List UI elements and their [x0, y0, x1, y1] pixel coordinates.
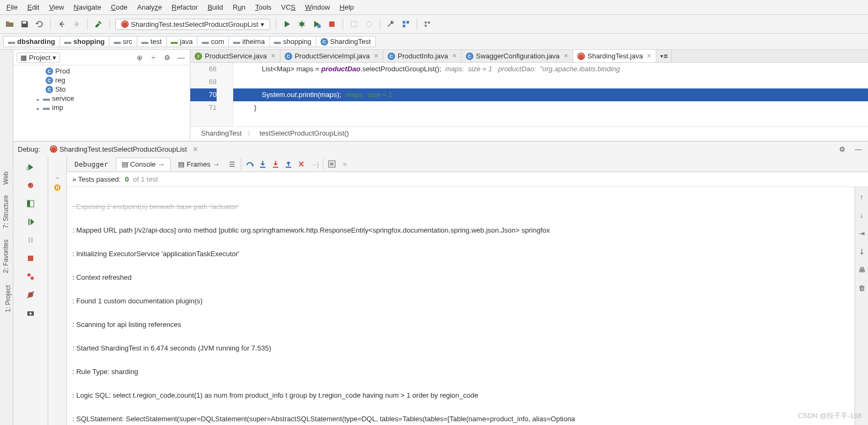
scroll-end-icon[interactable]: ⤓: [856, 246, 867, 257]
crumb-root[interactable]: ▬dbsharding: [3, 36, 60, 47]
crumb-com[interactable]: ▬com: [197, 36, 229, 47]
mute-bp-icon[interactable]: [24, 288, 37, 301]
svg-rect-26: [58, 186, 59, 189]
step-out-icon[interactable]: [283, 159, 294, 169]
trace-icon[interactable]: ≡: [339, 159, 350, 169]
crumb-module[interactable]: ▬shopping: [60, 36, 110, 47]
menu-code[interactable]: Code: [109, 2, 130, 12]
camera-icon[interactable]: [24, 307, 37, 319]
close-icon[interactable]: ✕: [647, 53, 651, 59]
menu-run[interactable]: Run: [231, 2, 248, 12]
tab-productinfo[interactable]: CProductInfo.java✕: [383, 50, 462, 62]
view-bp-icon[interactable]: [24, 270, 37, 283]
side-project-tab[interactable]: 1: Project: [3, 282, 13, 316]
force-step-into-icon[interactable]: [270, 159, 281, 169]
locate-icon[interactable]: ÷: [148, 52, 159, 63]
wrap-icon[interactable]: ⇥: [856, 228, 867, 238]
menu-window[interactable]: Window: [303, 2, 332, 12]
stop-icon[interactable]: [327, 19, 337, 29]
hide-icon[interactable]: —: [176, 52, 187, 63]
chevron-down-icon[interactable]: ⌄: [55, 173, 61, 181]
debug-session-tab[interactable]: ⬤ ShardingTest.testSelectProductGroupLis…: [46, 144, 203, 154]
threads-icon[interactable]: ☰: [227, 159, 238, 169]
side-web-tab[interactable]: Web: [2, 172, 10, 184]
refresh-icon[interactable]: [34, 19, 45, 29]
close-icon[interactable]: ✕: [452, 53, 457, 59]
pause-icon[interactable]: [24, 234, 37, 247]
close-icon[interactable]: ✕: [192, 145, 198, 153]
tab-productservice[interactable]: IProductService.java✕: [190, 50, 280, 62]
collapse-icon[interactable]: ⊕: [134, 52, 145, 63]
gear-icon[interactable]: ⚙: [837, 144, 848, 154]
step-into-icon[interactable]: [257, 159, 268, 169]
menu-tools[interactable]: Tools: [253, 2, 273, 12]
stop-icon[interactable]: [24, 252, 37, 265]
project-view-selector[interactable]: ▦Project▾: [17, 53, 60, 63]
project-tree[interactable]: CProd Creg CSto ⌄▬service ⌄▬imp: [13, 65, 190, 141]
folder-icon: ▬: [43, 94, 50, 102]
clear-icon[interactable]: 🗑: [856, 282, 867, 293]
debug-icon[interactable]: [296, 19, 307, 29]
console-output[interactable]: : Exposing 2 endpoint(s) beneath base pa…: [67, 187, 855, 425]
debugger-tab[interactable]: Debugger: [69, 158, 114, 170]
resume-icon[interactable]: [24, 215, 37, 228]
evaluate-icon[interactable]: =: [327, 159, 337, 169]
more-icon[interactable]: [422, 19, 433, 29]
menu-file[interactable]: FFileile: [4, 2, 20, 12]
menu-vcs[interactable]: VCS: [279, 2, 298, 12]
attach-icon[interactable]: [348, 19, 359, 29]
toggle-bp-icon[interactable]: [24, 179, 37, 192]
layout-icon[interactable]: [24, 197, 37, 210]
menu-refactor[interactable]: Refactor: [169, 2, 200, 12]
crumb-class[interactable]: CShardingTest: [316, 36, 376, 47]
menu-navigate[interactable]: Navigate: [71, 2, 103, 12]
tab-productserviceimpl[interactable]: CProductServiceImpl.java✕: [280, 50, 383, 62]
open-icon[interactable]: [4, 19, 15, 29]
pause-small-icon[interactable]: [54, 184, 61, 193]
console-tab[interactable]: ▤Console→: [116, 158, 171, 170]
menu-edit[interactable]: Edit: [25, 2, 41, 12]
frames-tab[interactable]: ▤Frames→: [173, 158, 225, 170]
tab-swagger[interactable]: CSwaggerConfiguration.java✕: [462, 50, 573, 62]
up-icon[interactable]: ↑: [856, 191, 867, 202]
step-over-icon[interactable]: [244, 159, 255, 169]
profile-icon[interactable]: [363, 19, 374, 29]
print-icon[interactable]: 🖶: [856, 264, 867, 275]
crumb-test[interactable]: ▬test: [137, 36, 167, 47]
crumb-shopping[interactable]: ▬shopping: [269, 36, 316, 47]
back-icon[interactable]: [56, 19, 67, 29]
wrench-icon[interactable]: [385, 19, 396, 29]
console-right-toolbar: ↑ ↓ ⇥ ⤓ 🖶 🗑: [855, 187, 868, 425]
chevron-down-icon: ▾: [261, 20, 264, 28]
tab-overflow[interactable]: ▾≡: [656, 50, 672, 62]
svg-rect-5: [403, 21, 405, 24]
save-icon[interactable]: [19, 19, 30, 29]
forward-icon[interactable]: [71, 19, 82, 29]
run-icon[interactable]: [281, 19, 292, 29]
structure-icon[interactable]: [400, 19, 411, 29]
side-favorites-tab[interactable]: 2: Favorites: [2, 240, 10, 273]
menu-help[interactable]: Help: [337, 2, 356, 12]
menu-build[interactable]: Build: [205, 2, 225, 12]
close-icon[interactable]: ✕: [563, 53, 568, 59]
menu-view[interactable]: View: [47, 2, 66, 12]
close-icon[interactable]: ✕: [271, 53, 276, 59]
coverage-icon[interactable]: [311, 19, 322, 29]
crumb-itheima[interactable]: ▬itheima: [228, 36, 270, 47]
run-to-cursor-icon[interactable]: →|: [309, 159, 320, 169]
crumb-java[interactable]: ▬java: [166, 36, 198, 47]
run-config-selector[interactable]: ⬤ ShardingTest.testSelectProductGroupLis…: [115, 19, 270, 30]
drop-frame-icon[interactable]: [296, 159, 307, 169]
down-icon[interactable]: ↓: [856, 210, 867, 220]
side-structure-tab[interactable]: 7: Structure: [2, 195, 10, 228]
folder-icon: ▬: [274, 38, 281, 46]
close-icon[interactable]: ✕: [374, 53, 379, 59]
tab-shardingtest[interactable]: ⬤ShardingTest.java✕: [573, 50, 656, 62]
code-editor[interactable]: 68 69 70 71 List<Map> maps = productDao.…: [190, 63, 868, 126]
rerun-icon[interactable]: [24, 161, 37, 174]
menu-analyze[interactable]: Analyze: [135, 2, 164, 12]
hammer-icon[interactable]: [93, 19, 104, 29]
crumb-src[interactable]: ▬src: [109, 36, 137, 47]
hide-icon[interactable]: —: [853, 144, 864, 154]
gear-icon[interactable]: ⚙: [162, 52, 173, 63]
